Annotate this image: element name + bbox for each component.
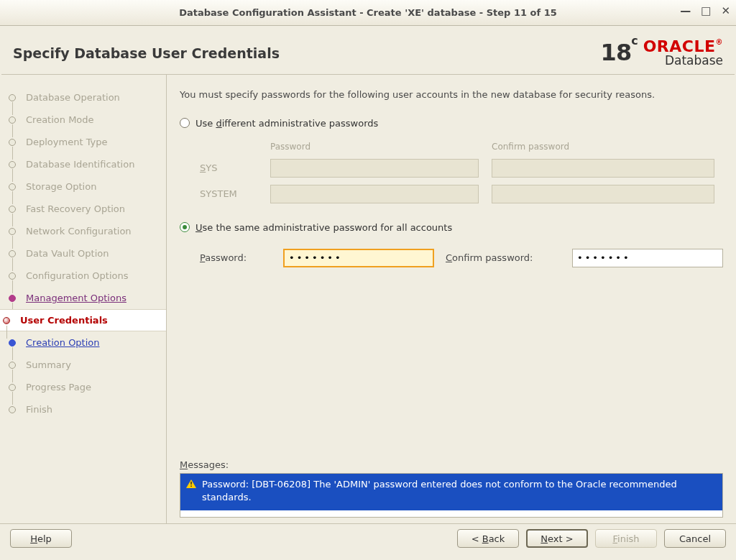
step-bullet-icon (9, 295, 16, 302)
radio-icon (180, 118, 190, 128)
intro-text: You must specify passwords for the follo… (180, 88, 723, 102)
sidebar-step-database-identification: Database Identification (6, 153, 157, 175)
sidebar-step-summary: Summary (6, 354, 157, 376)
sidebar-step-management-options[interactable]: Management Options (6, 287, 157, 309)
window-maximize-icon[interactable]: □ (701, 4, 711, 17)
back-button[interactable]: < Back (457, 529, 519, 548)
step-bullet-icon (9, 250, 16, 257)
radio-same-password[interactable]: Use the same administrative password for… (180, 222, 723, 233)
step-label: Deployment Type (26, 137, 108, 147)
help-button[interactable]: Help (10, 529, 72, 548)
warning-icon (186, 479, 196, 488)
step-label: Creation Option (26, 337, 100, 348)
confirm-password-label: Confirm password: (446, 252, 561, 263)
sidebar-step-progress-page: Progress Page (6, 376, 157, 398)
step-bullet-icon (9, 384, 16, 391)
message-item[interactable]: Password: [DBT-06208] The 'ADMIN' passwo… (180, 474, 722, 510)
step-label: Finish (26, 404, 52, 415)
row-system-label: SYSTEM (200, 188, 257, 199)
window-title: Database Configuration Assistant - Creat… (7, 7, 729, 18)
password-label: Password: (200, 252, 272, 263)
step-label: Progress Page (26, 382, 91, 393)
step-label: Management Options (26, 293, 126, 303)
different-passwords-table: Password Confirm password SYS SYSTEM (200, 142, 723, 203)
system-password-input (270, 185, 479, 203)
sidebar-step-database-operation: Database Operation (6, 86, 157, 109)
row-sys-label: SYS (200, 162, 257, 173)
sidebar-step-data-vault-option: Data Vault Option (6, 242, 157, 265)
radio-icon (180, 222, 190, 232)
step-bullet-icon (9, 406, 16, 413)
window-minimize-icon[interactable]: — (680, 4, 691, 17)
col-confirm-header: Confirm password (492, 142, 714, 152)
step-label: Storage Option (26, 181, 96, 192)
step-label: Fast Recovery Option (26, 203, 125, 214)
step-label: Network Configuration (26, 226, 132, 237)
col-password-header: Password (270, 142, 479, 152)
sidebar-step-deployment-type: Deployment Type (6, 131, 157, 153)
step-bullet-icon (9, 272, 16, 280)
step-bullet-icon (3, 317, 10, 324)
content-pane: You must specify passwords for the follo… (167, 75, 736, 523)
step-label: Summary (26, 359, 71, 370)
step-bullet-icon (9, 183, 16, 191)
radio-different-passwords[interactable]: Use different administrative passwords (180, 118, 723, 129)
radio-same-label: Use the same administrative password for… (196, 222, 452, 233)
message-text: Password: [DBT-06208] The 'ADMIN' passwo… (202, 478, 717, 503)
step-bullet-icon (9, 228, 16, 235)
sidebar-step-creation-option[interactable]: Creation Option (6, 331, 157, 354)
step-bullet-icon (9, 161, 16, 168)
password-input[interactable] (283, 249, 434, 267)
page-header: Specify Database User Credentials 18c OR… (0, 26, 736, 74)
sidebar-step-creation-mode: Creation Mode (6, 109, 157, 131)
radio-different-label: Use different administrative passwords (196, 118, 378, 129)
oracle-brand: 18c ORACLE® Database (601, 39, 723, 67)
system-confirm-input (492, 185, 714, 203)
step-label: Database Identification (26, 159, 134, 170)
sys-confirm-input (492, 159, 714, 178)
sidebar-step-configuration-options: Configuration Options (6, 265, 157, 287)
wizard-sidebar: Database OperationCreation ModeDeploymen… (0, 75, 167, 523)
step-bullet-icon (9, 339, 16, 346)
step-label: User Credentials (20, 315, 108, 326)
step-bullet-icon (9, 116, 16, 124)
page-title: Specify Database User Credentials (13, 45, 280, 61)
step-bullet-icon (9, 94, 16, 101)
sidebar-step-finish: Finish (6, 398, 157, 421)
step-bullet-icon (9, 139, 16, 146)
window-close-icon[interactable]: ✕ (721, 4, 730, 17)
finish-button: Finish (595, 529, 657, 548)
sidebar-step-fast-recovery-option: Fast Recovery Option (6, 198, 157, 220)
step-label: Configuration Options (26, 270, 128, 281)
step-label: Database Operation (26, 92, 120, 103)
sidebar-step-user-credentials: User Credentials (0, 309, 166, 331)
step-label: Data Vault Option (26, 248, 109, 259)
sys-password-input (270, 159, 479, 178)
wizard-footer: Help < Back Next > Finish Cancel (0, 523, 736, 553)
next-button[interactable]: Next > (526, 529, 588, 548)
step-label: Creation Mode (26, 114, 94, 125)
sidebar-step-network-configuration: Network Configuration (6, 220, 157, 242)
sidebar-step-storage-option: Storage Option (6, 175, 157, 198)
messages-label: Messages: (180, 459, 723, 470)
window-titlebar: Database Configuration Assistant - Creat… (0, 0, 736, 26)
cancel-button[interactable]: Cancel (664, 529, 726, 548)
messages-box[interactable]: Password: [DBT-06208] The 'ADMIN' passwo… (180, 473, 723, 518)
step-bullet-icon (9, 362, 16, 369)
step-bullet-icon (9, 206, 16, 213)
confirm-password-input[interactable] (572, 249, 723, 267)
